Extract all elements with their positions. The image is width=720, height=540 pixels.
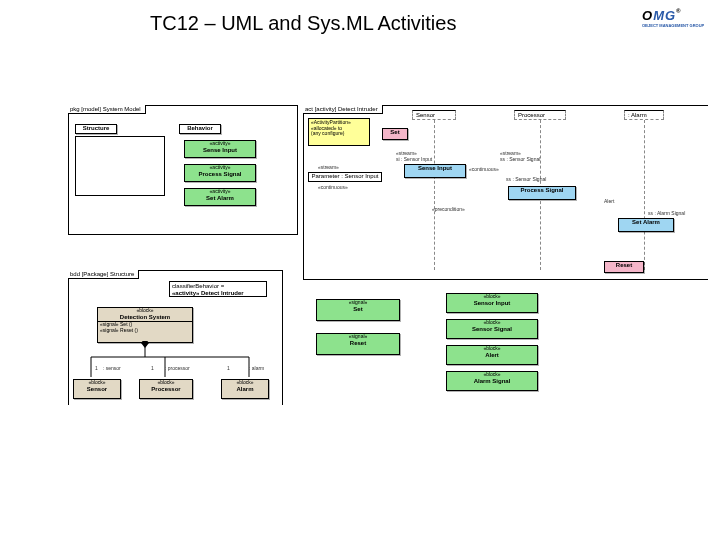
frame-tag-bdd: bdd [Package] Structure (68, 270, 139, 279)
action-label: Set (390, 129, 399, 135)
block-alert: «block» Alert (446, 345, 538, 365)
mult: 1 (151, 365, 154, 371)
role-sensor: : sensor (103, 365, 121, 371)
lifeline-label: : Alarm (628, 112, 647, 118)
mult: 1 (227, 365, 230, 371)
logo-o: O (642, 8, 653, 23)
omg-logo: OMG® OBJECT MANAGEMENT GROUP (642, 8, 710, 36)
action-reset: Reset (604, 261, 644, 273)
role-processor: : processor (165, 365, 190, 371)
frame-tag-pkg: pkg [model] System Model (68, 105, 146, 114)
label-continuous: «continuous» (318, 184, 348, 190)
activity-label: Process Signal (185, 171, 255, 178)
lifeline-label: Processor (518, 112, 545, 118)
note-line: classifierBehavior = (172, 283, 224, 289)
action-label: Process Signal (520, 187, 563, 193)
action-sense-input: Sense Input (404, 164, 466, 178)
frame-tag-act: act [activity] Detect Intruder (303, 105, 383, 114)
frame-pkg-model: pkg [model] System Model Structure Behav… (68, 105, 298, 235)
classifier-note: classifierBehavior = «activity» Detect I… (169, 281, 267, 297)
activity-label: Set Alarm (185, 195, 255, 202)
activity-label: Sense Input (185, 147, 255, 154)
block-detection-system: «block» Detection System «signal» Set ()… (97, 307, 193, 343)
block-alarm: «block» Alarm (221, 379, 269, 399)
label-stream: «stream» (318, 164, 339, 170)
pkg-structure: Structure (75, 124, 117, 134)
activity-set-alarm: «activity» Set Alarm (184, 188, 256, 206)
action-label: Reset (616, 262, 632, 268)
label-si-in: si : Sensor Input (396, 156, 432, 162)
lifeline-label: Sensor (416, 112, 435, 118)
action-label: Set Alarm (632, 219, 660, 225)
pkg-behavior-label: Behavior (187, 125, 213, 131)
structure-body (75, 136, 165, 196)
diagram-area: pkg [model] System Model Structure Behav… (68, 105, 708, 405)
label-precondition: «precondition» (432, 206, 465, 212)
lifeline-processor: Processor (514, 110, 566, 120)
label-continuous: «continuous» (469, 166, 499, 172)
signal-label: Reset (317, 340, 399, 347)
label-ss-out2: ss : Sensor Signal (506, 176, 546, 182)
block-label: Alert (447, 352, 537, 359)
label-alert: Alert (604, 198, 614, 204)
param-label: Parameter : Sensor Input (311, 173, 378, 179)
action-label: Sense Input (418, 165, 452, 171)
block-label: Processor (140, 386, 192, 393)
lifeline-dash (644, 120, 645, 270)
activity-sense-input: «activity» Sense Input (184, 140, 256, 158)
pkg-structure-label: Structure (83, 125, 110, 131)
block-sensor: «block» Sensor (73, 379, 121, 399)
block-label: Alarm Signal (447, 378, 537, 385)
label-alarm-signal: ss : Alarm Signal (648, 210, 685, 216)
param-sensor-input: Parameter : Sensor Input (308, 172, 382, 182)
block-label: Alarm (222, 386, 268, 393)
signal-label: Set (317, 306, 399, 313)
svg-marker-1 (141, 341, 149, 348)
activity-process-signal: «activity» Process Signal (184, 164, 256, 182)
note-line: «activity» Detect Intruder (172, 290, 244, 296)
block-label: Sensor Input (447, 300, 537, 307)
allocation-note: «ActivityPartition» «allocated» to (any … (308, 118, 370, 146)
action-process-signal: Process Signal (508, 186, 576, 200)
mult: 1 (95, 365, 98, 371)
block-processor: «block» Processor (139, 379, 193, 399)
block-alarm-signal: «block» Alarm Signal (446, 371, 538, 391)
lifeline-sensor: Sensor (412, 110, 456, 120)
block-label: Sensor Signal (447, 326, 537, 333)
block-label: Detection System (98, 314, 192, 321)
signal-set: «signal» Set (316, 299, 400, 321)
block-label: Sensor (74, 386, 120, 393)
block-sensor-input: «block» Sensor Input (446, 293, 538, 313)
page-title: TC12 – UML and Sys.ML Activities (150, 12, 456, 35)
action-set-alarm: Set Alarm (618, 218, 674, 232)
frame-act-detect: act [activity] Detect Intruder «Activity… (303, 105, 708, 280)
label-ss-out: ss : Sensor Signal (500, 156, 540, 162)
role-alarm: : alarm (249, 365, 264, 371)
pkg-behavior: Behavior (179, 124, 221, 134)
frame-bdd-structure: bdd [Package] Structure classifierBehavi… (68, 270, 283, 405)
logo-mg: MG (653, 8, 676, 23)
sig-line: «signal» Reset () (100, 327, 138, 333)
note-line: (any configure) (311, 131, 367, 137)
lifeline-alarm: : Alarm (624, 110, 664, 120)
block-sensor-signal: «block» Sensor Signal (446, 319, 538, 339)
lifeline-dash (434, 120, 435, 270)
logo-reg: ® (676, 8, 681, 14)
signal-reset: «signal» Reset (316, 333, 400, 355)
logo-sub: OBJECT MANAGEMENT GROUP (642, 23, 710, 28)
action-set: Set (382, 128, 408, 140)
